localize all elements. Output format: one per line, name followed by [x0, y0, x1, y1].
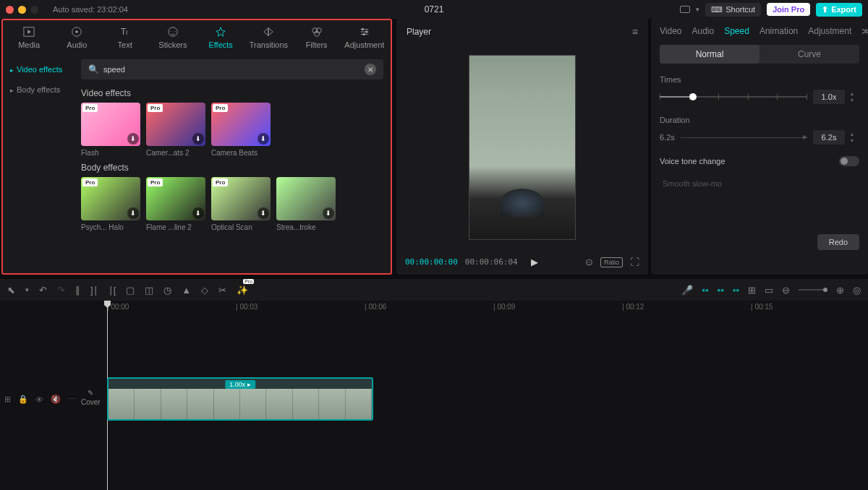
search-input[interactable] [103, 65, 360, 74]
thumb-name: Flame ...line 2 [146, 223, 205, 231]
rotate-tool[interactable]: ◇ [201, 285, 208, 296]
effect-thumb[interactable]: ⬇Strea...troke [276, 177, 336, 231]
sidebar-item-video-effects[interactable]: Video effects [3, 59, 74, 79]
ratio-button[interactable]: Ratio [600, 257, 623, 267]
insp-tab-speed[interactable]: Speed [724, 26, 749, 36]
tab-adjustment[interactable]: Adjustment [343, 23, 386, 52]
mic-icon[interactable]: 🎤 [681, 285, 693, 296]
player-menu-icon[interactable]: ≡ [632, 26, 638, 38]
insp-scroll-icon[interactable]: ≫ [861, 26, 868, 36]
effect-thumb[interactable]: Pro⬇Optical Scan [211, 177, 271, 231]
tab-stickers[interactable]: Stickers [151, 23, 195, 52]
fullscreen-icon[interactable]: ⛶ [630, 257, 639, 267]
search-icon: 🔍 [88, 64, 99, 74]
ruler-mark: | 00:15 [751, 303, 773, 311]
seg-normal[interactable]: Normal [660, 45, 760, 64]
zoom-slider[interactable] [799, 289, 827, 291]
tab-text[interactable]: TIText [103, 23, 147, 52]
duration-start: 6.2s [660, 133, 675, 142]
times-stepper[interactable]: ▴▾ [851, 90, 859, 103]
tab-effects[interactable]: Effects [199, 23, 242, 52]
edit-icon: ✎ [88, 389, 93, 397]
duration-value[interactable]: 6.2s [813, 130, 845, 145]
ai-tool[interactable]: ✨Pro [237, 285, 248, 296]
insp-tab-video[interactable]: Video [660, 26, 681, 36]
tab-audio[interactable]: Audio [55, 23, 98, 52]
select-tool[interactable]: ⬉ [7, 285, 15, 296]
split-tool[interactable]: ∥ [75, 285, 80, 296]
magnet-aux-icon[interactable]: ▪▪ [718, 285, 724, 296]
mirror-tool[interactable]: ▲ [182, 285, 191, 296]
track-eye-icon[interactable]: 👁 [35, 395, 43, 404]
trim-right-tool[interactable]: ∣[ [109, 285, 116, 296]
aspect-dropdown-icon[interactable]: ▾ [696, 6, 699, 13]
close-window[interactable] [6, 6, 14, 14]
effect-thumb[interactable]: Pro⬇Camera Beats [211, 103, 271, 157]
aspect-ratio-icon[interactable] [680, 6, 690, 13]
zoom-in-icon[interactable]: ⊕ [836, 285, 844, 296]
svg-point-2 [76, 30, 79, 33]
fit-tool[interactable]: ◎ [853, 285, 861, 296]
link-tool[interactable]: ⊞ [748, 285, 756, 296]
thumb-name: Camera Beats [211, 149, 271, 157]
video-clip[interactable]: 1.00x ▸ [107, 377, 373, 421]
thumb-name: Psych... Halo [81, 223, 140, 231]
times-slider[interactable] [660, 96, 807, 98]
timeline[interactable]: | 00:00| 00:03| 00:06| 00:09| 00:12| 00:… [0, 301, 868, 490]
track-lock-icon[interactable]: 🔒 [18, 395, 28, 404]
maximize-window[interactable] [30, 6, 38, 14]
player-title: Player [407, 27, 431, 37]
voice-tone-toggle[interactable] [839, 156, 859, 166]
track-mute-icon[interactable]: 🔇 [51, 395, 61, 404]
effect-thumb[interactable]: Pro⬇Flash [81, 103, 140, 157]
duration-track[interactable] [681, 137, 807, 138]
seg-curve[interactable]: Curve [760, 45, 859, 64]
search-box[interactable]: 🔍 ✕ [81, 59, 383, 79]
crop2-tool[interactable]: ✂ [218, 285, 226, 296]
minimize-window[interactable] [18, 6, 26, 14]
compare-icon[interactable]: ⊙ [585, 257, 593, 267]
preview-area[interactable] [396, 45, 648, 249]
tab-transitions[interactable]: Transitions [247, 23, 290, 52]
join-pro-button[interactable]: Join Pro [767, 3, 810, 16]
ruler-mark: | 00:03 [236, 303, 258, 311]
svg-point-11 [362, 33, 365, 36]
preview-frame [469, 55, 576, 240]
tab-filters[interactable]: Filters [295, 23, 339, 52]
track-add-icon[interactable]: ⊞ [4, 395, 11, 404]
undo-button[interactable]: ↶ [39, 285, 47, 296]
export-button[interactable]: ⬆Export [816, 3, 862, 17]
shortcut-button[interactable]: ⌨Shortcut [705, 3, 761, 17]
project-title: 0721 [425, 4, 444, 14]
play-button[interactable]: ▶ [531, 257, 538, 267]
trim-left-tool[interactable]: ]∣ [90, 285, 98, 296]
svg-point-9 [361, 28, 364, 31]
effects-panel: Media Audio TIText Stickers Effects Tran… [1, 19, 392, 275]
tab-media[interactable]: Media [7, 23, 51, 52]
current-time: 00:00:00:00 [405, 257, 458, 267]
ruler-mark: | 00:09 [493, 303, 515, 311]
magnet-aux2-icon[interactable]: ▪▪ [733, 285, 739, 296]
speed-tool[interactable]: ◷ [163, 285, 171, 296]
voice-tone-label: Voice tone change [660, 157, 726, 166]
cover-button[interactable]: ✎ Cover [81, 389, 101, 406]
total-time: 00:00:06:04 [465, 257, 518, 267]
delete-tool[interactable]: ▢ [126, 285, 135, 296]
crop-tool[interactable]: ◫ [145, 285, 153, 296]
times-value[interactable]: 1.0x [813, 90, 845, 104]
clear-search-icon[interactable]: ✕ [365, 64, 376, 75]
redo-button[interactable]: Redo [817, 234, 859, 250]
effect-thumb[interactable]: Pro⬇Flame ...line 2 [146, 177, 205, 231]
track-more-icon[interactable]: ⋯ [68, 395, 76, 404]
insp-tab-animation[interactable]: Animation [760, 26, 798, 36]
insp-tab-adjustment[interactable]: Adjustment [808, 26, 851, 36]
pip-tool[interactable]: ▭ [765, 285, 773, 296]
duration-stepper[interactable]: ▴▾ [851, 131, 859, 144]
effect-thumb[interactable]: Pro⬇Camer...ats 2 [146, 103, 205, 157]
sidebar-item-body-effects[interactable]: Body effects [3, 79, 74, 100]
select-dropdown[interactable]: ▾ [25, 286, 29, 293]
insp-tab-audio[interactable]: Audio [692, 26, 714, 36]
zoom-out-icon[interactable]: ⊖ [782, 285, 790, 296]
magnet-main-icon[interactable]: ▪▪ [702, 285, 708, 296]
effect-thumb[interactable]: Pro⬇Psych... Halo [81, 177, 140, 231]
